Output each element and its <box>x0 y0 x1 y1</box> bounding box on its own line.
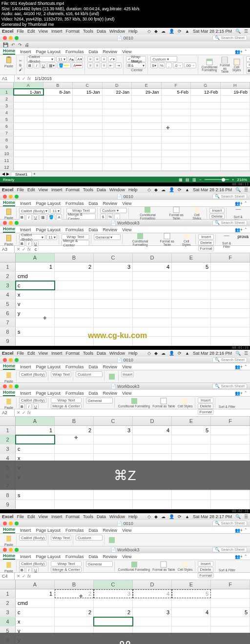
notification-icon[interactable]: ☰ <box>244 29 248 34</box>
indent-decrease-icon[interactable]: ⇤ <box>108 62 114 68</box>
name-box[interactable]: A1 <box>0 75 15 82</box>
zoom-slider[interactable] <box>205 179 229 180</box>
number-format[interactable]: Custom ▾ <box>150 56 177 62</box>
redo-icon[interactable]: ↷ <box>18 42 22 47</box>
tab-data[interactable]: Data <box>89 49 98 54</box>
decrease-font-icon[interactable]: A▾ <box>76 56 83 62</box>
border-button[interactable]: ▦▾ <box>47 62 56 68</box>
undo-icon[interactable]: ↶ <box>11 42 15 47</box>
svg-rect-25 <box>131 562 137 567</box>
increase-decimal-icon[interactable]: .0→ <box>173 62 183 68</box>
wifi-icon[interactable]: ▲ <box>185 29 189 34</box>
align-right-icon[interactable]: ≡ <box>101 62 107 68</box>
svg-rect-4 <box>222 57 228 63</box>
svg-rect-11 <box>194 207 200 213</box>
cut-icon[interactable]: ✂ <box>19 59 22 63</box>
cloud-icon[interactable]: ☁ <box>161 29 166 34</box>
spreadsheet-grid[interactable]: A B C D E F G H 1 1-Jan 8-Jan 15-Jan 22-… <box>0 82 250 171</box>
percent-icon[interactable]: % <box>159 62 165 68</box>
cell-styles-button[interactable]: Cell Styles <box>231 58 242 72</box>
svg-rect-0 <box>6 57 11 63</box>
spotlight-icon[interactable]: 🔍 <box>235 29 241 34</box>
select-all-corner[interactable] <box>0 82 14 88</box>
cell-cursor-icon: ✚ <box>43 316 47 321</box>
indent-increase-icon[interactable]: ⇥ <box>115 62 122 68</box>
svg-rect-8 <box>6 209 11 215</box>
formula-input[interactable]: 1/1/2015 <box>33 76 250 81</box>
tab-home[interactable]: Home <box>3 48 15 55</box>
comma-icon[interactable]: , <box>166 62 172 68</box>
font-size[interactable]: 11 ▾ <box>56 56 67 62</box>
fx-icon[interactable]: fx <box>27 76 31 81</box>
tab-view[interactable]: View <box>122 49 131 54</box>
underline-button[interactable]: U <box>41 62 46 68</box>
copy-icon[interactable]: ⧉ <box>19 63 22 67</box>
paste-button[interactable]: Paste <box>3 56 15 68</box>
cell-cursor-icon: ✚ <box>166 125 170 130</box>
svg-rect-14 <box>164 233 170 239</box>
merge-button[interactable]: ⊞ Merge & Center ▾ <box>126 62 146 68</box>
pagebreak-view-icon[interactable]: ▥ <box>192 178 196 182</box>
spreadsheet-grid[interactable]: ABCDEF 112345 2cmd 3c 4x 5v 6y 7 8s 9 ✚ … <box>0 253 250 346</box>
font-name[interactable]: Calibri (Body) ▾ <box>27 56 55 62</box>
increase-font-icon[interactable]: A▴ <box>68 56 75 62</box>
svg-rect-23 <box>109 537 115 543</box>
align-center-icon[interactable]: ≡ <box>94 62 100 68</box>
print-icon[interactable]: 🖨 <box>25 42 29 47</box>
diamond-icon[interactable]: ◆ <box>154 29 158 34</box>
italic-button[interactable]: I <box>34 62 40 68</box>
app-name[interactable]: Excel <box>2 29 14 34</box>
shortcut-overlay: ⌘ <box>0 633 250 644</box>
cancel-fx-icon[interactable]: ✕ <box>17 76 21 81</box>
timecode: 00:00:13 <box>232 182 249 186</box>
format-cells-button[interactable]: ▦ Format ▾ <box>246 68 250 74</box>
insert-cells-button[interactable]: ⊕ Insert ▾ <box>246 56 250 62</box>
align-middle-icon[interactable]: ≡ <box>94 56 100 62</box>
bold-button[interactable]: B <box>27 62 33 68</box>
watermark: www.cg-ku.com <box>88 331 147 340</box>
add-sheet-icon[interactable]: + <box>33 172 36 176</box>
svg-rect-10 <box>173 207 179 213</box>
page-layout-view-icon[interactable]: ▤ <box>186 178 189 182</box>
svg-rect-13 <box>137 233 143 239</box>
format-painter-icon[interactable]: 🖌 <box>19 68 22 71</box>
svg-rect-21 <box>182 398 188 404</box>
share-icon[interactable]: 👥+ <box>235 49 243 54</box>
normal-view-icon[interactable]: ▦ <box>179 178 183 182</box>
window-titlebar: 📄 0010 🔍 Search Sheet <box>0 35 250 41</box>
spreadsheet-grid[interactable]: ABCDEF 112345 2 3c 4x 5v 6y 7 8s 9 ✚ ⌘Z <box>0 417 250 509</box>
ribbon-tabs: Home Insert Page Layout Formulas Data Re… <box>0 48 250 55</box>
collapse-ribbon-icon[interactable]: ˄ <box>245 49 247 54</box>
tab-review[interactable]: Review <box>103 49 118 54</box>
search-sheet-input[interactable]: 🔍 Search Sheet <box>212 35 247 40</box>
save-icon[interactable]: 💾 <box>3 42 8 47</box>
format-as-table-button[interactable]: Format as Table <box>219 56 231 74</box>
ribbon: Paste ✂ ⧉ 🖌 Calibri (Body) ▾ 11 ▾ A▴ A▾ … <box>0 55 250 75</box>
align-top-icon[interactable]: ≡ <box>87 56 93 62</box>
tab-insert[interactable]: Insert <box>20 49 31 54</box>
orientation-icon[interactable]: ⤢▾ <box>108 56 116 62</box>
fill-color-button[interactable]: 🪣 <box>57 62 71 68</box>
ffmpeg-output: File: 001 Keyboard Shortcuts.mp4 Size: 1… <box>0 0 250 28</box>
decrease-decimal-icon[interactable]: .00→ <box>184 62 196 68</box>
sheet-tab[interactable]: Sheet1 <box>11 172 32 177</box>
svg-rect-20 <box>161 398 167 404</box>
font-color-button[interactable]: A <box>72 62 83 68</box>
svg-rect-3 <box>207 59 212 61</box>
align-bottom-icon[interactable]: ≡ <box>101 56 107 62</box>
clock[interactable]: Sat Mar 28 2:15 PM <box>193 29 232 34</box>
currency-icon[interactable]: $▾ <box>150 62 157 68</box>
quick-access-toolbar: 💾 ↶ ↷ 🖨 <box>0 41 250 48</box>
user-icon[interactable]: 👤 <box>169 29 174 34</box>
timemachine-icon[interactable]: ⟳ <box>178 29 182 34</box>
tab-formulas[interactable]: Formulas <box>65 49 84 54</box>
dropbox-icon[interactable]: ◇ <box>147 29 151 34</box>
enter-fx-icon[interactable]: ✓ <box>22 76 26 81</box>
zoom-level[interactable]: 216% <box>237 178 247 182</box>
tab-page-layout[interactable]: Page Layout <box>36 49 61 54</box>
spreadsheet-grid[interactable]: ABCDEF 112345 2cmd 3c22345 4x 5v 6y 7 8s… <box>0 580 250 644</box>
shortcut-overlay: ⌘Z <box>0 461 250 490</box>
align-left-icon[interactable]: ≡ <box>87 62 93 68</box>
delete-cells-button[interactable]: ⊖ Delete ▾ <box>246 62 250 68</box>
conditional-formatting-button[interactable]: Conditional Formatting <box>201 58 219 72</box>
